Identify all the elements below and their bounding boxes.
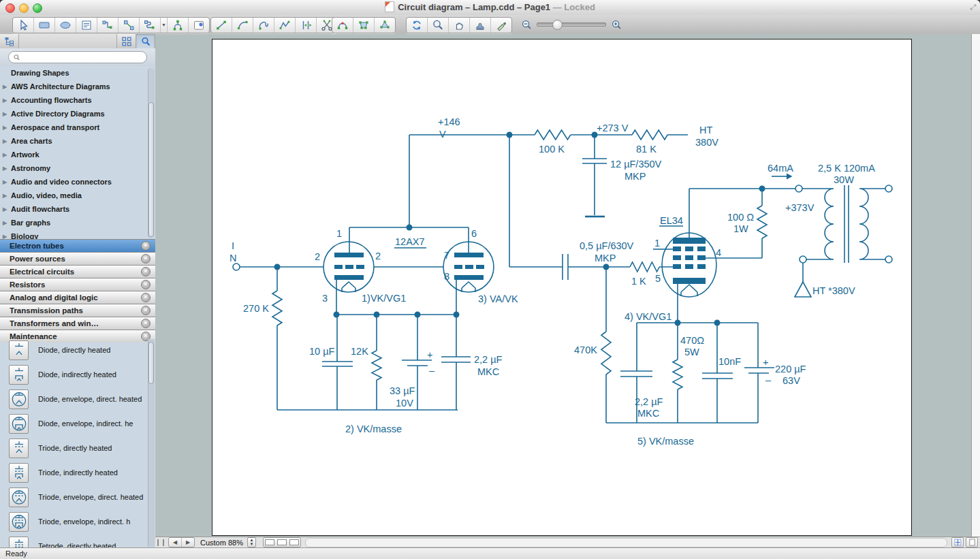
text-tool-button[interactable]	[76, 18, 97, 33]
title-bar[interactable]: Circuit diagram – Lamp.cdd – Page1 — Loc…	[0, 0, 980, 16]
fit-page-button[interactable]	[951, 537, 964, 547]
open-library-bar[interactable]: Electron tubes ×	[0, 239, 155, 252]
open-library-bar[interactable]: Transformers and win… ×	[0, 317, 155, 330]
view-mode-1-button[interactable]	[265, 539, 274, 545]
shape-list-item[interactable]: Diode, envelope, direct. heated	[0, 387, 155, 411]
expand-arrow-icon[interactable]: ▶	[3, 138, 11, 144]
tree-connector-button[interactable]	[168, 18, 189, 33]
library-list-item[interactable]: ▶ Audio, video, media	[0, 189, 155, 202]
ellipse-tool-button[interactable]	[55, 18, 76, 33]
library-list-item[interactable]: ▶ Active Directory Diagrams	[0, 107, 155, 121]
library-scrollbar-thumb[interactable]	[148, 102, 154, 237]
close-library-icon[interactable]: ×	[141, 254, 151, 263]
move-vertices-button[interactable]	[375, 18, 395, 33]
library-list-item[interactable]: ▶ Artwork	[0, 148, 155, 161]
expand-arrow-icon[interactable]: ▶	[3, 84, 11, 90]
fullscreen-icon[interactable]: ⤢	[970, 3, 976, 12]
circuit-drawing[interactable]: I N 270 K 1 2 2 3 12AX7 6 7 8 1)VK/VG1 3…	[155, 34, 980, 537]
view-mode-2-button[interactable]	[277, 539, 287, 545]
connector-dropdown-arrow[interactable]: ▼	[161, 18, 168, 33]
open-library-bar[interactable]: Transmission paths ×	[0, 304, 155, 317]
actual-size-button[interactable]	[966, 537, 978, 547]
splitter-handle[interactable]	[157, 539, 164, 546]
grid-view-button[interactable]	[117, 34, 136, 48]
shape-list-item[interactable]: Triode, envelope, indirect. h	[0, 509, 155, 534]
shape-scrollbar-thumb[interactable]	[148, 342, 154, 384]
library-list-item[interactable]: ▶ Biology	[0, 229, 155, 239]
search-view-button[interactable]	[136, 34, 155, 48]
zoom-select[interactable]: Custom 88% ▲▼	[200, 537, 256, 547]
shape-list-item[interactable]: Triode, directly heated	[0, 436, 155, 460]
rectangle-tool-button[interactable]	[34, 18, 55, 33]
expand-arrow-icon[interactable]: ▶	[3, 152, 11, 158]
expand-arrow-icon[interactable]: ▶	[3, 179, 11, 185]
library-list-item[interactable]: ▶ Area charts	[0, 134, 155, 148]
direct-connector-button[interactable]	[118, 18, 140, 33]
shape-list-item[interactable]: Diode, indirectly heated	[0, 362, 155, 387]
split-tool-button[interactable]	[296, 18, 317, 33]
shape-list-scrollbar[interactable]	[148, 339, 155, 547]
library-list-item[interactable]: ▶ Bar graphs	[0, 216, 155, 229]
insert-shape-button[interactable]	[189, 18, 209, 33]
smart-connector-button[interactable]	[140, 18, 161, 33]
library-list-item[interactable]: ▶ Aerospace and transport	[0, 121, 155, 134]
library-list-item[interactable]: ▶ Audit flowcharts	[0, 202, 155, 216]
close-library-icon[interactable]: ×	[141, 293, 151, 302]
polyline-tool-button[interactable]	[274, 18, 296, 33]
close-library-icon[interactable]: ×	[141, 280, 151, 289]
pan-tool-button[interactable]	[449, 18, 470, 33]
tree-view-button[interactable]	[0, 34, 19, 48]
tube-12ax7-a[interactable]	[323, 242, 374, 292]
zoom-tool-button[interactable]	[428, 18, 449, 33]
close-library-icon[interactable]: ×	[141, 267, 151, 276]
expand-arrow-icon[interactable]: ▶	[3, 97, 11, 103]
library-list-item[interactable]: ▶ Audio and video connectors	[0, 175, 155, 189]
shape-list-item[interactable]: Triode, indirectly heated	[0, 460, 155, 485]
zoom-stepper[interactable]: ▲▼	[247, 537, 256, 547]
library-list-item[interactable]: ▶ Astronomy	[0, 161, 155, 175]
zoom-slider-thumb[interactable]	[552, 20, 563, 30]
shape-list-item[interactable]: Tetrode, directly heated	[0, 534, 155, 547]
output-transformer[interactable]	[802, 185, 885, 263]
stamp-tool-button[interactable]	[470, 18, 491, 33]
next-page-button[interactable]: ▶	[182, 538, 194, 547]
expand-arrow-icon[interactable]: ▶	[3, 220, 11, 226]
tube-el34[interactable]	[662, 233, 716, 297]
shape-list-item[interactable]: Diode, envelope, indirect. he	[0, 411, 155, 436]
zoom-out-icon[interactable]	[520, 18, 533, 31]
expand-arrow-icon[interactable]: ▶	[3, 125, 11, 131]
expand-arrow-icon[interactable]: ▶	[3, 206, 11, 212]
edit-vertices-button[interactable]	[353, 18, 375, 33]
expand-arrow-icon[interactable]: ▶	[3, 234, 11, 240]
drawing-canvas[interactable]: I N 270 K 1 2 2 3 12AX7 6 7 8 1)VK/VG1 3…	[155, 34, 980, 537]
library-search-input[interactable]	[20, 52, 146, 63]
vertical-scrollbar[interactable]	[971, 34, 980, 537]
close-library-icon[interactable]: ×	[141, 241, 151, 251]
open-library-bar[interactable]: Electrical circuits ×	[0, 265, 155, 278]
rotate-tool-button[interactable]	[407, 18, 428, 33]
zoom-in-icon[interactable]	[610, 18, 622, 31]
zoom-slider-track[interactable]	[537, 22, 606, 27]
library-list-scrollbar[interactable]	[148, 68, 155, 238]
pick-style-button[interactable]	[491, 18, 511, 33]
horizontal-scrollbar-track[interactable]	[305, 538, 947, 547]
library-list-item[interactable]: ▶ Drawing Shapes	[0, 66, 155, 80]
expand-arrow-icon[interactable]: ▶	[3, 193, 11, 199]
open-library-bar[interactable]: Analog and digital logic ×	[0, 291, 155, 304]
library-list-item[interactable]: ▶ AWS Architecture Diagrams	[0, 80, 155, 93]
library-list-item[interactable]: ▶ Accounting flowcharts	[0, 93, 155, 107]
elbow-connector-button[interactable]	[97, 18, 118, 33]
curve-tool-button[interactable]	[253, 18, 274, 33]
shape-list-item[interactable]: Diode, directly heated	[0, 338, 155, 362]
close-library-icon[interactable]: ×	[141, 319, 151, 328]
view-mode-3-button[interactable]	[289, 539, 299, 545]
expand-arrow-icon[interactable]: ▶	[3, 111, 11, 117]
close-library-icon[interactable]: ×	[141, 306, 151, 315]
open-library-bar[interactable]: Power sources ×	[0, 252, 155, 265]
open-library-bar[interactable]: Resistors ×	[0, 278, 155, 291]
prev-page-button[interactable]: ◀	[169, 538, 182, 547]
shape-list-item[interactable]: Triode, envelope, direct. heated	[0, 485, 155, 509]
expand-arrow-icon[interactable]: ▶	[3, 165, 11, 172]
pointer-tool-button[interactable]	[13, 18, 34, 33]
line-tool-button[interactable]	[211, 18, 232, 33]
